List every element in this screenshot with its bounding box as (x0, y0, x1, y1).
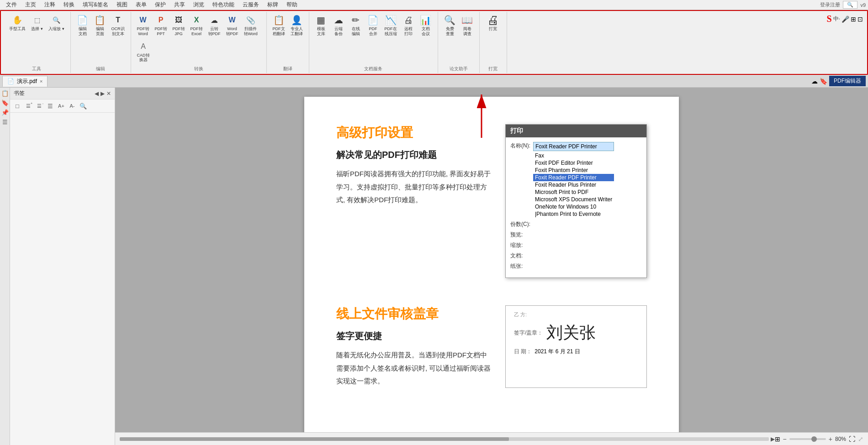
ribbon-group-print: 🖨 打宽 打宽 (480, 12, 507, 73)
horizontal-scrollbar[interactable] (120, 437, 769, 441)
cloud-to-pdf-btn[interactable]: ☁ 云转转PDF (206, 13, 223, 38)
cloud-backup-btn[interactable]: ☁ 云端备份 (330, 13, 347, 38)
free-check-btn[interactable]: 🔍 免费查重 (442, 13, 458, 38)
sidebar-tool-list[interactable]: ☰ (46, 101, 55, 110)
pdf-excel-label: PDF转Excel (191, 26, 203, 37)
menu-annotation[interactable]: 注释 (41, 0, 59, 10)
zoom-minus-btn[interactable]: − (783, 435, 787, 443)
sidebar-next-btn[interactable]: ▶ (101, 90, 105, 97)
menu-sign[interactable]: 填写&签名 (79, 0, 112, 10)
pdf-editor-label[interactable]: PDF编辑器 (829, 76, 866, 86)
online-edit-btn[interactable]: ✏ 在线编辑 (348, 13, 364, 38)
sidebar-prev-btn[interactable]: ◀ (95, 90, 99, 97)
left-icon-note[interactable]: 📌 (1, 109, 9, 116)
print-name-input[interactable]: Foxit Reader PDF Printer (533, 142, 614, 151)
grid-icon[interactable]: ⊡ (857, 16, 863, 23)
section-1-text: 高级打印设置 解决常见的PDF打印难题 福昕PDF阅读器拥有强大的打印功能, 界… (336, 124, 492, 278)
register-btn[interactable]: 登录注册 (820, 1, 840, 8)
scan-to-word-btn[interactable]: 📎 扫描件转Word (242, 13, 260, 38)
zoom-slider-thumb[interactable] (811, 436, 817, 442)
menu-home[interactable]: 主页 (21, 0, 40, 10)
menu-convert[interactable]: 转换 (60, 0, 78, 10)
doc-meeting-label: 文档会议 (422, 26, 430, 37)
sidebar-tool-doc[interactable]: □ (13, 101, 22, 110)
print-doc-row: 文档: (510, 252, 642, 260)
keyboard-icon[interactable]: ⊞ (851, 16, 856, 23)
edit-page-btn[interactable]: 📋 编辑页面 (92, 13, 108, 38)
cad-converter-btn[interactable]: A CAD转换器 (135, 39, 152, 65)
sidebar-tool-minus-big[interactable]: ☰- (35, 101, 44, 110)
printer-foxit-editor[interactable]: Foxit PDF Editor Printer (533, 159, 614, 167)
sidebar-close-btn[interactable]: ✕ (106, 90, 111, 97)
menu-sign2[interactable]: 标牌 (264, 0, 282, 10)
pdf-to-ppt-btn[interactable]: P PDF转PPT (153, 13, 169, 38)
pdf-compress-btn[interactable]: 📉 PDF在线压缩 (382, 13, 399, 38)
edit-doc-btn[interactable]: 📄 编辑文档 (74, 13, 91, 38)
read-survey-btn[interactable]: 📖 阅卷调查 (459, 13, 476, 38)
ribbon-group-paper: 🔍 免费查重 📖 阅卷调查 论文助手 (438, 12, 480, 73)
print-btn[interactable]: 🖨 打宽 (485, 13, 501, 33)
template-library-btn[interactable]: ▦ 模板文库 (313, 13, 329, 38)
zoom-plus-btn[interactable]: + (829, 435, 832, 443)
search-bar[interactable]: 🔍 (843, 1, 857, 9)
doc-tab[interactable]: 📄 演示.pdf × (2, 76, 48, 87)
menu-view[interactable]: 视图 (113, 0, 131, 10)
mic-icon[interactable]: 🎤 (842, 16, 849, 23)
print-paper-label: 纸张: (510, 262, 533, 270)
zoom-tool-btn[interactable]: 🔍 入缩放 ▾ (46, 13, 67, 33)
sidebar-tool-search[interactable]: 🔍 (79, 101, 88, 110)
sidebar-tool-font-minus[interactable]: A- (68, 101, 77, 110)
bookmark-icon-tab[interactable]: 🔖 (820, 78, 827, 85)
pdf-translate-btn[interactable]: 📋 PDF文档翻译 (270, 13, 287, 38)
cloud-icon-tab[interactable]: ☁ (811, 78, 818, 85)
ocr-btn[interactable]: T OCR识别文本 (109, 13, 127, 38)
ocr-icon: T (112, 15, 123, 26)
menu-cloud[interactable]: 云服务 (239, 0, 263, 10)
paper-group-label: 论文助手 (450, 64, 468, 72)
cloud-backup-label: 云端备份 (334, 26, 343, 37)
left-icon-bookmark[interactable]: 🔖 (1, 99, 9, 106)
scrollbar-thumb[interactable] (120, 437, 509, 441)
fullscreen-icon[interactable]: ⊞ (775, 435, 780, 443)
sidebar-tool-font-plus[interactable]: A+ (57, 101, 66, 110)
left-icon-list[interactable]: ☰ (2, 119, 8, 126)
menu-special[interactable]: 特色功能 (209, 0, 238, 10)
menu-form[interactable]: 表单 (132, 0, 150, 10)
printer-phantom-evernote[interactable]: |Phantom Print to Evernote (533, 210, 614, 218)
hand-tool-btn[interactable]: ✋ 手型工具 (7, 13, 28, 33)
scroll-right-btn[interactable]: ▶ (771, 436, 775, 442)
convert-inner: W PDF转Word P PDF转PPT 🖼 PDF转JPG X PDF转Exc… (135, 13, 263, 64)
pdf-to-jpg-btn[interactable]: 🖼 PDF转JPG (170, 13, 187, 38)
printer-foxit-phantom[interactable]: Foxit Phantom Printer (533, 167, 614, 174)
printer-ms-xps[interactable]: Microsoft XPS Document Writer (533, 196, 614, 203)
pdf-excel-icon: X (191, 15, 202, 26)
printer-foxit-plus[interactable]: Foxit Reader Plus Printer (533, 181, 614, 188)
tab-close-btn[interactable]: × (40, 79, 42, 84)
printer-ms-pdf[interactable]: Microsoft Print to PDF (533, 188, 614, 196)
menu-help[interactable]: 帮助 (283, 0, 301, 10)
human-translate-btn[interactable]: 👤 专业人工翻译 (288, 13, 305, 38)
select-tool-btn[interactable]: ⬚ 选择 ▾ (29, 13, 45, 33)
menu-file[interactable]: 文件 (2, 0, 21, 10)
menu-protect[interactable]: 保护 (151, 0, 169, 10)
word-pdf-label: Word转PDF (226, 26, 238, 37)
pdf-viewer: 高级打印设置 解决常见的PDF打印难题 福昕PDF阅读器拥有强大的打印功能, 界… (115, 88, 868, 445)
word-to-pdf-btn[interactable]: W Word转PDF (224, 13, 241, 38)
menu-browse[interactable]: 浏览 (190, 0, 208, 10)
menu-share[interactable]: 共享 (170, 0, 189, 10)
sidebar-tool-plus-big[interactable]: ☰+ (24, 101, 33, 110)
pdf-merge-btn[interactable]: 📄 PDF合并 (365, 13, 381, 38)
expand-icon[interactable]: ⛶ (849, 435, 855, 443)
remote-print-btn[interactable]: 🖨 远程打印 (400, 13, 417, 38)
printer-onenote[interactable]: OneNote for Windows 10 (533, 203, 614, 210)
pdf-to-excel-btn[interactable]: X PDF转Excel (188, 13, 205, 38)
printer-foxit-reader[interactable]: Foxit Reader PDF Printer (533, 174, 614, 181)
pdf-to-word-btn[interactable]: W PDF转Word (135, 13, 152, 38)
edit-doc-label: 编辑文档 (79, 26, 87, 37)
sig-top-label: 乙 方: (514, 311, 638, 318)
printer-fax[interactable]: Fax (533, 152, 614, 159)
left-icon-doc[interactable]: 📋 (1, 90, 9, 97)
zoom-slider[interactable] (789, 438, 826, 440)
doc-meeting-btn[interactable]: 📊 文档会议 (418, 13, 434, 38)
pdf-jpg-icon: 🖼 (173, 15, 184, 26)
